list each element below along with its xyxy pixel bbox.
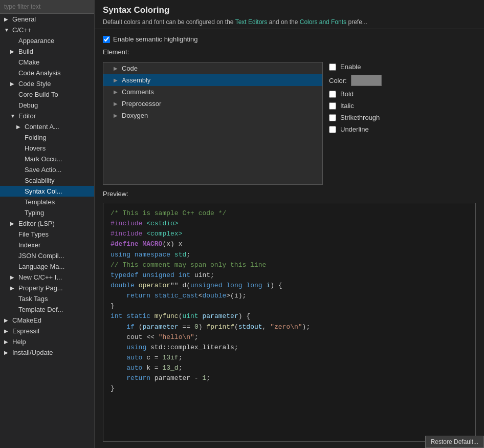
sidebar-item-save-actio[interactable]: Save Actio... [0, 164, 94, 175]
enable-prop-label[interactable]: Enable [340, 63, 361, 71]
description-text-end: prefe... [348, 18, 367, 26]
sidebar-arrow-build: ▶ [10, 49, 16, 54]
color-swatch[interactable] [351, 75, 382, 86]
sidebar-arrow-install-update: ▶ [4, 350, 10, 355]
sidebar-item-general[interactable]: ▶General [0, 14, 94, 25]
sidebar-item-build[interactable]: ▶Build [0, 46, 94, 57]
sidebar-item-c-cpp[interactable]: ▼C/C++ [0, 25, 94, 35]
sidebar-item-templates[interactable]: Templates [0, 197, 94, 207]
sidebar-label-cmake: CMake [18, 58, 39, 66]
sidebar-item-property-pag[interactable]: ▶Property Pag... [0, 283, 94, 293]
sidebar-item-editor-lsp[interactable]: ▶Editor (LSP) [0, 218, 94, 229]
strikethrough-label[interactable]: Strikethrough [340, 114, 380, 121]
sidebar-item-debug[interactable]: Debug [0, 100, 94, 111]
enable-semantic-checkbox[interactable] [103, 36, 110, 43]
element-arrow-doxygen: ▶ [114, 113, 119, 118]
sidebar-label-editor: Editor [18, 112, 36, 120]
sidebar-item-syntax-col[interactable]: Syntax Col... [0, 186, 94, 197]
sidebar-item-espressif[interactable]: ▶Espressif [0, 326, 94, 336]
preview-area[interactable]: /* This is sample C++ code */ #include <… [103, 203, 476, 442]
sidebar-label-build: Build [18, 48, 33, 55]
element-label-comments: Comments [122, 88, 154, 96]
sidebar-item-appearance[interactable]: Appearance [0, 35, 94, 46]
element-props: Enable Color: Bold Italic Strikethrough [329, 62, 382, 185]
bold-checkbox[interactable] [329, 91, 336, 98]
element-label-code: Code [122, 65, 138, 72]
sidebar-arrow-espressif: ▶ [4, 328, 10, 334]
sidebar-label-code-analysis: Code Analysis [18, 69, 60, 77]
enable-checkbox[interactable] [329, 63, 336, 71]
sidebar-item-install-update[interactable]: ▶Install/Update [0, 347, 94, 358]
sidebar-label-typing: Typing [25, 209, 44, 217]
sidebar-item-language-ma[interactable]: Language Ma... [0, 261, 94, 272]
sidebar-item-core-build-to[interactable]: Core Build To [0, 89, 94, 100]
sidebar-item-hovers[interactable]: Hovers [0, 143, 94, 154]
sidebar-arrow-c-cpp: ▼ [4, 27, 10, 33]
sidebar-item-scalability[interactable]: Scalability [0, 175, 94, 186]
sidebar-item-mark-occu[interactable]: Mark Occu... [0, 154, 94, 164]
preview-label: Preview: [103, 190, 476, 198]
sidebar-item-help[interactable]: ▶Help [0, 336, 94, 347]
sidebar-arrow-help: ▶ [4, 339, 10, 345]
sidebar-item-file-types[interactable]: File Types [0, 229, 94, 240]
sidebar-item-json-compil[interactable]: JSON Compil... [0, 250, 94, 261]
element-arrow-preprocessor: ▶ [114, 101, 119, 106]
element-item-doxygen[interactable]: ▶Doxygen [103, 110, 322, 121]
sidebar-arrow-new-cpp: ▶ [10, 274, 16, 280]
sidebar-item-editor[interactable]: ▼Editor [0, 111, 94, 121]
sidebar-label-json-compil: JSON Compil... [18, 252, 64, 260]
element-item-code[interactable]: ▶Code [103, 62, 322, 74]
restore-default-button[interactable]: Restore Default... [425, 436, 484, 448]
sidebar-item-template-def[interactable]: Template Def... [0, 304, 94, 315]
italic-checkbox[interactable] [329, 102, 336, 110]
sidebar-arrow-code-style: ▶ [10, 81, 16, 87]
sidebar-item-indexer[interactable]: Indexer [0, 240, 94, 250]
sidebar-item-content-a[interactable]: ▶Content A... [0, 121, 94, 132]
element-item-assembly[interactable]: ▶Assembly [103, 74, 322, 86]
sidebar-arrow-editor: ▼ [10, 113, 16, 119]
sidebar-label-hovers: Hovers [25, 144, 46, 152]
sidebar-label-property-pag: Property Pag... [18, 284, 63, 292]
description-text-start: Default colors and font can be configure… [103, 18, 235, 26]
sidebar-item-cmake[interactable]: CMake [0, 57, 94, 68]
sidebar-label-save-actio: Save Actio... [25, 166, 61, 174]
element-item-preprocessor[interactable]: ▶Preprocessor [103, 98, 322, 110]
colors-fonts-link[interactable]: Colors and Fonts [300, 18, 346, 26]
element-arrow-comments: ▶ [114, 89, 119, 95]
sidebar-arrow-editor-lsp: ▶ [10, 221, 16, 226]
bold-label[interactable]: Bold [340, 90, 354, 98]
preview-code: /* This is sample C++ code */ #include <… [111, 208, 468, 394]
underline-label[interactable]: Underline [340, 125, 369, 133]
italic-label[interactable]: Italic [340, 102, 354, 110]
sidebar-item-code-style[interactable]: ▶Code Style [0, 78, 94, 89]
sidebar-item-new-cpp[interactable]: ▶New C/C++ I... [0, 272, 94, 283]
bold-prop-row: Bold [329, 90, 382, 98]
sidebar-label-install-update: Install/Update [12, 349, 53, 356]
text-editors-link[interactable]: Text Editors [235, 18, 268, 26]
sidebar-item-folding[interactable]: Folding [0, 132, 94, 143]
sidebar-item-cmakelists[interactable]: ▶CMakeEd [0, 315, 94, 326]
enable-semantic-label[interactable]: Enable semantic highlighting [113, 35, 198, 43]
element-label: Element: [103, 48, 476, 56]
sidebar-label-task-tags: Task Tags [18, 295, 48, 303]
enable-semantic-row: Enable semantic highlighting [103, 35, 476, 43]
element-label-preprocessor: Preprocessor [122, 100, 161, 108]
sidebar-item-code-analysis[interactable]: Code Analysis [0, 68, 94, 78]
sidebar-item-typing[interactable]: Typing [0, 207, 94, 218]
sidebar-arrow-content-a: ▶ [16, 124, 23, 130]
element-item-comments[interactable]: ▶Comments [103, 86, 322, 98]
underline-checkbox[interactable] [329, 126, 336, 133]
element-label-doxygen: Doxygen [122, 112, 148, 119]
element-panel: ▶Code▶Assembly▶Comments▶Preprocessor▶Dox… [103, 62, 476, 185]
sidebar-item-task-tags[interactable]: Task Tags [0, 293, 94, 304]
element-list: ▶Code▶Assembly▶Comments▶Preprocessor▶Dox… [103, 62, 323, 185]
sidebar-label-language-ma: Language Ma... [18, 263, 64, 270]
sidebar-label-espressif: Espressif [12, 327, 39, 335]
filter-input[interactable] [0, 0, 94, 14]
sidebar-label-template-def: Template Def... [18, 306, 63, 313]
sidebar-label-help: Help [12, 338, 26, 346]
underline-prop-row: Underline [329, 125, 382, 133]
sidebar-label-mark-occu: Mark Occu... [25, 155, 62, 163]
description-text-mid: and on the [269, 18, 300, 26]
strikethrough-checkbox[interactable] [329, 114, 336, 121]
